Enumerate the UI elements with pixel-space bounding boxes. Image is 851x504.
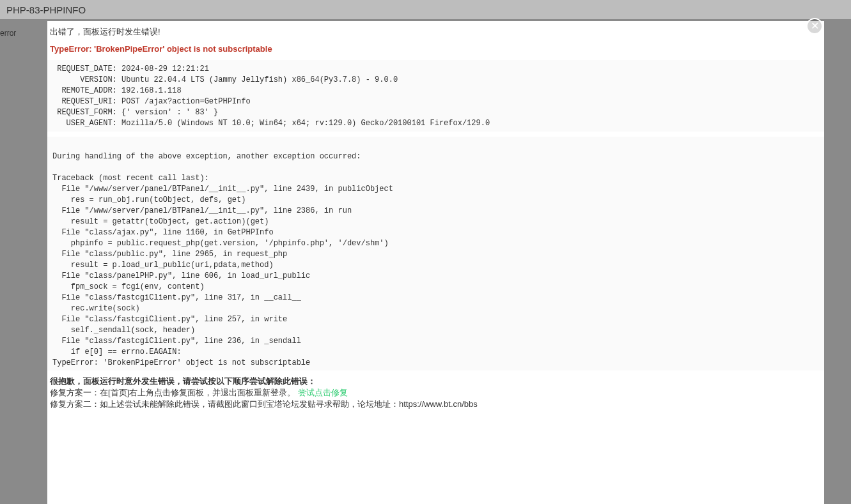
close-button[interactable]: ✕ [806, 18, 823, 34]
repair-plan-2: 修复方案二：如上述尝试未能解除此错误，请截图此窗口到宝塔论坛发贴寻求帮助，论坛地… [50, 399, 822, 410]
traceback-pane[interactable]: During handling of the above exception, … [47, 137, 824, 370]
window-titlebar: PHP-83-PHPINFO [0, 0, 851, 19]
error-heading: 出错了，面板运行时发生错误! [47, 25, 824, 40]
repair-link[interactable]: 尝试点击修复 [298, 388, 348, 397]
apology-text: 很抱歉，面板运行时意外发生错误，请尝试按以下顺序尝试解除此错误： [50, 376, 822, 387]
error-type-text: TypeError: 'BrokenPipeError' object is n… [47, 40, 824, 60]
request-info-pane[interactable]: REQUEST_DATE: 2024-08-29 12:21:21 VERSIO… [47, 60, 824, 132]
close-icon: ✕ [811, 21, 819, 31]
background-label: error [0, 29, 19, 38]
error-footer: 很抱歉，面板运行时意外发生错误，请尝试按以下顺序尝试解除此错误： 修复方案一：在… [47, 374, 824, 411]
window-title: PHP-83-PHPINFO [6, 4, 86, 15]
repair-plan-1: 修复方案一：在[首页]右上角点击修复面板，并退出面板重新登录。 尝试点击修复 [50, 387, 822, 399]
error-modal: 出错了，面板运行时发生错误! TypeError: 'BrokenPipeErr… [47, 21, 824, 504]
repair-plan-1-text: 修复方案一：在[首页]右上角点击修复面板，并退出面板重新登录。 [50, 388, 295, 397]
